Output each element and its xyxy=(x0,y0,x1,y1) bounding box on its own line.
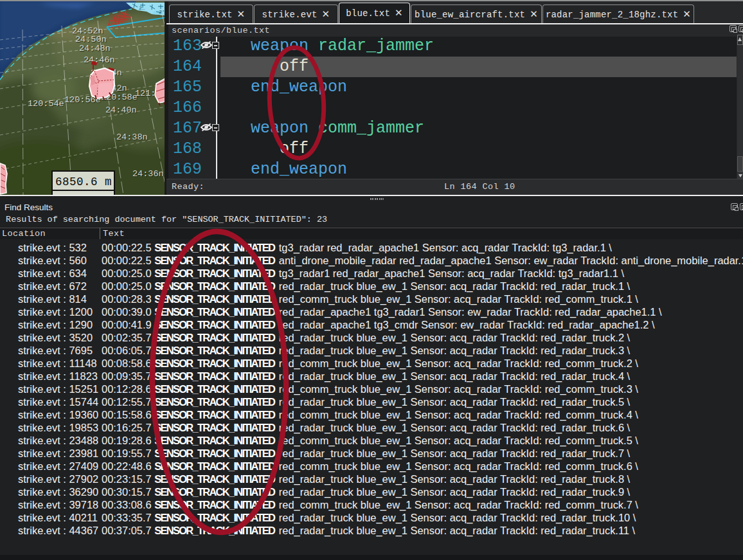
svg-text:24:50n: 24:50n xyxy=(75,35,107,44)
svg-text:120:54e: 120:54e xyxy=(28,99,64,109)
svg-text:2…: 2… xyxy=(139,5,145,11)
svg-text:24:48n: 24:48n xyxy=(79,44,111,53)
svg-text:24:46n: 24:46n xyxy=(84,55,115,65)
svg-text:24:36n: 24:36n xyxy=(132,169,164,179)
svg-text:24:38n: 24:38n xyxy=(116,132,148,142)
svg-text:6850.6 m: 6850.6 m xyxy=(55,176,112,188)
svg-text:24:40n: 24:40n xyxy=(105,105,137,115)
